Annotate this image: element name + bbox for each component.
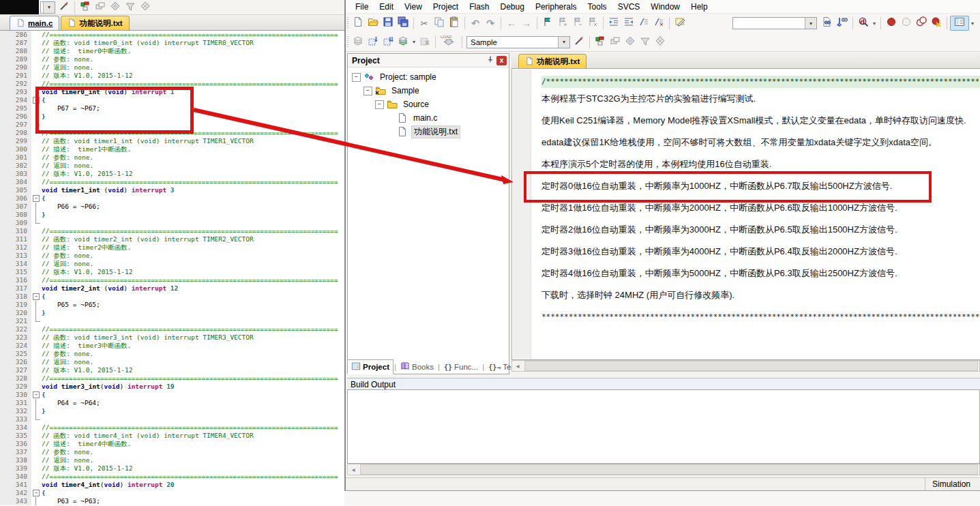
code-line-308[interactable]: 308} bbox=[0, 211, 344, 219]
tree-item-main-c[interactable]: main.c bbox=[348, 111, 509, 125]
menu-flash[interactable]: Flash bbox=[464, 1, 494, 12]
code-line-341[interactable]: 341void timer4_int(void) interrupt 20 bbox=[0, 481, 344, 489]
menu-peripherals[interactable]: Peripherals bbox=[530, 1, 582, 12]
fold-marker-icon[interactable]: − bbox=[31, 391, 42, 399]
toolbar-gripper[interactable] bbox=[347, 36, 348, 48]
code-line-332[interactable]: 332} bbox=[0, 407, 344, 415]
stop-build-button[interactable] bbox=[417, 35, 432, 49]
target-select-combo[interactable]: Sample ▾ bbox=[466, 36, 570, 48]
code-line-306[interactable]: 306−{ bbox=[0, 194, 344, 203]
code-line-330[interactable]: 330−{ bbox=[0, 391, 344, 399]
code-line-313[interactable]: 313// 参数: none. bbox=[0, 252, 344, 260]
code-line-317[interactable]: 317void timer2_int (void) interrupt 12 bbox=[0, 284, 344, 293]
code-line-312[interactable]: 312// 描述: timer2中断函数. bbox=[0, 243, 344, 252]
code-line-320[interactable]: 320} bbox=[0, 309, 344, 317]
menu-file[interactable]: File bbox=[350, 1, 374, 12]
find-in-files-button[interactable] bbox=[820, 16, 835, 30]
code-line-324[interactable]: 324// 描述: timer3中断函数. bbox=[0, 342, 344, 350]
navigate-back-button[interactable]: ← bbox=[504, 16, 519, 30]
project-filter-button[interactable] bbox=[123, 1, 138, 14]
incremental-find-button[interactable] bbox=[835, 16, 850, 30]
code-line-291[interactable]: 291// 版本: V1.0, 2015-1-12 bbox=[0, 72, 344, 80]
tree-item-sample[interactable]: −Sample bbox=[348, 84, 509, 98]
redo-button[interactable]: ↷ bbox=[483, 16, 498, 30]
menu-edit[interactable]: Edit bbox=[374, 1, 399, 12]
fold-marker-icon[interactable]: − bbox=[31, 194, 42, 203]
clear-bookmarks-button[interactable] bbox=[585, 16, 600, 30]
left-code-editor[interactable]: 286//===================================… bbox=[0, 31, 344, 506]
code-line-297[interactable]: 297 bbox=[0, 121, 344, 129]
copy-button[interactable] bbox=[432, 16, 447, 30]
panel-tab-func[interactable]: {}Func... bbox=[441, 361, 481, 372]
multi-project-button[interactable] bbox=[623, 35, 638, 49]
editor-hscrollbar[interactable]: ◂ bbox=[511, 360, 980, 372]
build-target-button[interactable] bbox=[366, 35, 381, 49]
code-line-325[interactable]: 325// 参数: none. bbox=[0, 350, 344, 358]
file-extensions-button[interactable] bbox=[93, 1, 108, 14]
code-line-303[interactable]: 303// 版本: V1.0, 2015-1-12 bbox=[0, 170, 344, 178]
insert-breakpoint-button[interactable] bbox=[884, 16, 899, 30]
code-line-334[interactable]: 334//===================================… bbox=[0, 423, 344, 432]
code-line-304[interactable]: 304//===================================… bbox=[0, 178, 344, 186]
code-line-290[interactable]: 290// 返回: none. bbox=[0, 63, 344, 72]
code-line-342[interactable]: 342−{ bbox=[0, 489, 344, 497]
panel-tab-project[interactable]: Project bbox=[347, 359, 394, 374]
menu-debug[interactable]: Debug bbox=[495, 1, 530, 12]
expander-minus-icon[interactable]: − bbox=[363, 87, 372, 95]
target-options-button[interactable] bbox=[57, 1, 72, 14]
layout-dropdown[interactable]: ▾ bbox=[969, 16, 976, 30]
toggle-bookmark-button[interactable] bbox=[540, 16, 555, 30]
code-line-310[interactable]: 310//===================================… bbox=[0, 227, 344, 235]
code-line-326[interactable]: 326// 返回: none. bbox=[0, 358, 344, 366]
batch-build-dropdown[interactable]: ▾ bbox=[411, 35, 417, 49]
mesh-diamond-button[interactable] bbox=[138, 1, 153, 14]
code-line-302[interactable]: 302// 返回: none. bbox=[0, 162, 344, 170]
code-line-296[interactable]: 296} bbox=[0, 113, 344, 121]
code-line-338[interactable]: 338// 返回: none. bbox=[0, 456, 344, 464]
code-line-307[interactable]: 307 P66 = ~P66; bbox=[0, 203, 344, 211]
menu-view[interactable]: View bbox=[399, 1, 428, 12]
scroll-left-icon[interactable]: ◂ bbox=[512, 361, 523, 371]
fold-marker-icon[interactable]: − bbox=[31, 293, 42, 301]
code-line-289[interactable]: 289// 参数: none. bbox=[0, 55, 344, 63]
menu-help[interactable]: Help bbox=[685, 1, 713, 12]
paste-button[interactable] bbox=[447, 16, 462, 30]
menu-tools[interactable]: Tools bbox=[582, 1, 612, 12]
kill-all-breakpoints-button[interactable] bbox=[929, 16, 944, 30]
close-panel-button[interactable]: x bbox=[496, 56, 507, 65]
manage-components-button[interactable] bbox=[593, 35, 608, 49]
code-line-323[interactable]: 323// 函数: void timer3_int (void) interru… bbox=[0, 333, 344, 342]
tree-item-source[interactable]: −Source bbox=[348, 98, 509, 111]
code-line-301[interactable]: 301// 参数: none. bbox=[0, 153, 344, 162]
code-line-286[interactable]: 286//===================================… bbox=[0, 31, 344, 39]
code-line-322[interactable]: 322//===================================… bbox=[0, 325, 344, 333]
code-line-316[interactable]: 316//===================================… bbox=[0, 276, 344, 284]
cut-button[interactable]: ✂ bbox=[417, 16, 432, 30]
find-button[interactable]: d bbox=[856, 16, 871, 30]
document-tab-功能说明-txt[interactable]: 功能说明.txt bbox=[518, 54, 586, 68]
next-bookmark-button[interactable] bbox=[555, 16, 570, 30]
code-line-318[interactable]: 318−{ bbox=[0, 293, 344, 301]
navigate-forward-button[interactable]: → bbox=[519, 16, 534, 30]
save-all-button[interactable] bbox=[396, 16, 411, 30]
build-output-hscrollbar[interactable]: ◂ bbox=[347, 464, 980, 475]
scroll-left-icon[interactable]: ◂ bbox=[348, 464, 359, 475]
batch-build-button[interactable] bbox=[396, 35, 411, 49]
code-line-294[interactable]: 294−{ bbox=[0, 96, 344, 104]
code-line-298[interactable]: 298//===================================… bbox=[0, 129, 344, 137]
code-line-295[interactable]: 295 P67 = ~P67; bbox=[0, 104, 344, 113]
code-line-314[interactable]: 314// 返回: none. bbox=[0, 260, 344, 268]
code-line-309[interactable]: 309 bbox=[0, 219, 344, 227]
code-line-331[interactable]: 331 P64 = ~P64; bbox=[0, 399, 344, 407]
enable-disable-breakpoint-button[interactable] bbox=[899, 16, 914, 30]
menu-project[interactable]: Project bbox=[428, 1, 464, 12]
uncomment-selection-button[interactable] bbox=[651, 16, 666, 30]
target-options-button[interactable] bbox=[571, 35, 586, 49]
code-line-292[interactable]: 292//===================================… bbox=[0, 80, 344, 88]
code-line-311[interactable]: 311// 函数: void timer2_int (void) interru… bbox=[0, 235, 344, 243]
expander-minus-icon[interactable]: − bbox=[375, 100, 384, 109]
scroll-thumb[interactable] bbox=[360, 464, 978, 475]
window-layout-button[interactable] bbox=[950, 16, 969, 31]
code-line-339[interactable]: 339// 版本: V1.0, 2015-1-12 bbox=[0, 464, 344, 473]
code-line-335[interactable]: 335// 函数: void timer4_int (void) interru… bbox=[0, 432, 344, 440]
